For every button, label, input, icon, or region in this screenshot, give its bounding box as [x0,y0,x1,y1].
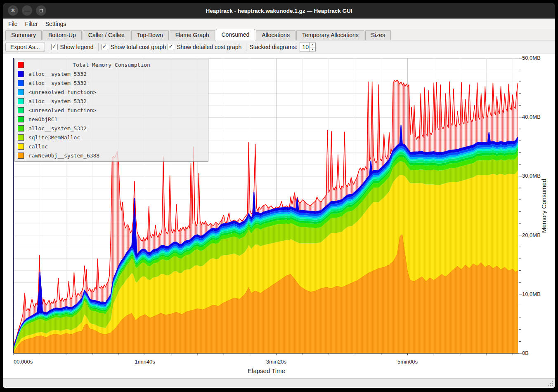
legend-swatch [18,62,24,68]
y-tick-label: 50,0MB [522,55,541,61]
legend-item: rawNewObj__system_6388 [15,151,208,160]
spinner-down-button[interactable]: ▼ [310,47,315,52]
check-icon: ✓ [102,43,107,49]
tab-bar: SummaryBottom-UpCaller / CalleeTop-DownF… [3,29,555,40]
stacked-diagrams-spinner[interactable]: 10 ▲ ▼ [300,42,316,52]
legend-item-label: calloc [28,143,48,150]
window-controls: ✕ — [8,5,46,16]
legend-title: Total Memory Consumption [24,62,199,68]
legend-item-label: alloc__system_5332 [28,71,87,77]
legend-item: <unresolved function> [15,106,208,115]
y-tick-label: 0B [522,350,529,356]
legend-item: alloc__system_5332 [15,69,208,78]
legend-swatch [18,80,24,86]
legend-swatch [18,107,24,113]
legend-swatch [18,143,24,150]
legend-item-label: sqlite3MemMalloc [28,134,80,141]
toolbar-separator [246,43,246,51]
maximize-icon [40,9,43,12]
legend-swatch [18,134,24,141]
checkbox-group: ✓Show legend✓Show total cost graph✓Show … [51,43,244,51]
legend-swatch [18,125,24,131]
checkbox-show-total-cost-graph[interactable]: ✓Show total cost graph [102,44,166,50]
legend-item: alloc__system_5332 [15,96,208,106]
menu-file[interactable]: File [5,19,21,28]
chart-toolbar: Export As... ✓Show legend✓Show total cos… [3,40,555,54]
legend-item-label: <unresolved function> [28,107,96,113]
tab-allocations[interactable]: Allocations [256,30,296,40]
checkbox-box[interactable]: ✓ [51,44,58,50]
y-tick-label: 40,0MB [522,114,541,120]
toolbar-separator [48,43,48,51]
tab-top-down[interactable]: Top-Down [131,30,169,40]
legend-swatch [18,153,24,159]
menu-settings[interactable]: Settings [42,19,70,28]
legend-item-label: alloc__system_5332 [28,80,87,86]
stacked-diagrams-value: 10 [300,42,309,52]
checkbox-box[interactable]: ✓ [168,44,174,50]
checkbox-label: Show legend [60,44,94,50]
y-tick-label: 30,0MB [522,173,541,179]
minimize-button[interactable]: — [22,5,32,16]
legend-item-label: <unresolved function> [28,89,96,95]
legend-title-row: Total Memory Consumption [15,60,208,69]
y-axis-title: Memory Consumed [540,58,547,353]
tab-caller-callee[interactable]: Caller / Callee [83,30,130,40]
heaptrack-window: Heaptrack - heaptrack.wakunode.1.gz — He… [3,3,555,388]
title-bar[interactable]: Heaptrack - heaptrack.wakunode.1.gz — He… [3,3,555,19]
x-tick-label: 5min00s [397,359,418,365]
legend-item: sqlite3MemMalloc [15,133,208,142]
checkbox-box[interactable]: ✓ [102,44,108,50]
window-title: Heaptrack - heaptrack.wakunode.1.gz — He… [3,3,555,19]
legend-swatch [18,116,24,122]
maximize-button[interactable] [36,5,46,16]
legend-item-label: alloc__system_5332 [28,125,87,131]
legend-item: <unresolved function> [15,87,208,96]
chart-legend: Total Memory Consumptionalloc__system_53… [14,59,208,162]
checkbox-show-detailed-cost-graph[interactable]: ✓Show detailed cost graph [168,44,241,50]
resize-grip-icon[interactable] [548,381,553,387]
menu-filter[interactable]: Filter [21,19,42,28]
legend-swatch [18,98,24,104]
legend-item: alloc__system_5332 [15,124,208,133]
tab-flame-graph[interactable]: Flame Graph [170,30,215,40]
x-tick-label: 00.000s [14,359,33,365]
check-icon: ✓ [52,43,57,49]
legend-item: newObjRC1 [15,115,208,124]
x-tick-label: 3min20s [266,359,286,365]
legend-item: calloc [15,142,208,151]
legend-item-label: alloc__system_5332 [28,98,87,104]
tab-consumed[interactable]: Consumed [216,29,255,40]
y-tick-label: 20,0MB [522,232,541,238]
checkbox-show-legend[interactable]: ✓Show legend [51,44,94,50]
tab-sizes[interactable]: Sizes [365,30,391,40]
checkbox-label: Show detailed cost graph [177,44,241,50]
legend-item-label: rawNewObj__system_6388 [28,153,99,159]
legend-item: alloc__system_5332 [15,78,208,87]
export-as-button[interactable]: Export As... [5,42,45,52]
consumed-chart-panel: 00.000s1min40s3min20s5min00s 0B10,0MB20,… [3,54,555,378]
close-icon: ✕ [11,7,15,14]
check-icon: ✓ [168,43,173,49]
stacked-diagrams-label: Stacked diagrams: [249,44,297,50]
legend-swatch [18,89,24,95]
status-bar [3,378,555,388]
tab-summary[interactable]: Summary [5,30,42,40]
minimize-icon: — [24,7,30,14]
x-axis-title: Elapsed Time [14,367,519,374]
toolbar-separator [98,43,99,51]
menu-bar: FileFilterSettings [3,19,555,29]
tab-temporary-allocations[interactable]: Temporary Allocations [296,30,364,40]
legend-swatch [18,71,24,77]
tab-bottom-up[interactable]: Bottom-Up [43,30,82,40]
y-tick-label: 10,0MB [522,291,541,297]
spinner-up-button[interactable]: ▲ [310,42,315,47]
checkbox-label: Show total cost graph [111,44,166,50]
legend-item-label: newObjRC1 [28,116,57,122]
close-button[interactable]: ✕ [8,5,18,16]
x-tick-label: 1min40s [135,359,155,365]
